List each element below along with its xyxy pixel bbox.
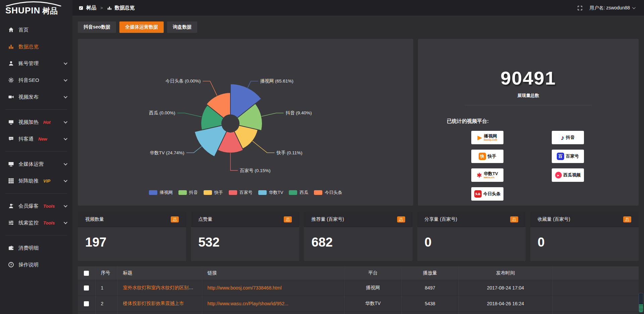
- breadcrumb-item[interactable]: 树品: [86, 5, 96, 11]
- sidebar-item-账号管理[interactable]: 账号管理: [0, 55, 72, 72]
- tab-抖音seo数据[interactable]: 抖音seo数据: [78, 21, 116, 33]
- legend-item-华数TV[interactable]: 华数TV: [258, 190, 283, 196]
- stat-card-header: 分享量 (百家号)总: [417, 212, 526, 227]
- legend-item-抖音[interactable]: 抖音: [178, 190, 198, 196]
- legend-swatch: [229, 190, 237, 195]
- empty-cell: [552, 296, 639, 311]
- sidebar-item-首页[interactable]: 首页: [0, 21, 72, 38]
- chevron-down-icon: [64, 137, 67, 140]
- stat-card-header: 视频数量总: [78, 212, 186, 227]
- sidebar-item-badge: Hot: [43, 120, 51, 125]
- legend-item-西瓜[interactable]: 西瓜: [289, 190, 308, 196]
- select-all-checkbox[interactable]: [84, 271, 89, 276]
- tab-全媒体运营数据[interactable]: 全媒体运营数据: [119, 21, 164, 33]
- topbar-right: 用户名: zswodun88: [577, 5, 635, 11]
- platform-badge-百家号: 百百家号: [552, 150, 584, 163]
- row-checkbox[interactable]: [84, 301, 89, 306]
- empty-cell: [552, 280, 639, 296]
- stat-card-点赞量: 点赞量总532: [191, 212, 299, 261]
- plays-cell: [401, 311, 459, 314]
- sidebar-item-抖客通[interactable]: 抖客通New: [0, 130, 72, 147]
- sidebar: SHUPIN 树品 首页数据总览账号管理抖音SEO视频发布视频加热Hot抖客通N…: [0, 0, 72, 314]
- legend-item-百家号[interactable]: 百家号: [229, 190, 253, 196]
- sidebar-item-会员爆客[interactable]: 会员爆客Tools: [0, 198, 72, 214]
- sidebar-item-消费明细[interactable]: 消费明细: [0, 240, 72, 256]
- sidebar-item-抖音SEO[interactable]: 抖音SEO: [0, 72, 72, 89]
- help-icon: ?: [8, 262, 14, 268]
- seq-cell: 2: [95, 296, 117, 311]
- stat-card-header: 推荐量 (百家号)总: [304, 212, 412, 227]
- wallet-icon: [8, 245, 14, 251]
- empty-cell: [552, 311, 639, 314]
- legend-item-今日头条[interactable]: 今日头条: [314, 190, 342, 196]
- legend-label: 华数TV: [269, 190, 283, 196]
- legend-item-播视网[interactable]: 播视网: [149, 190, 173, 196]
- grid-icon: [8, 178, 14, 184]
- member-icon: [8, 203, 14, 209]
- sidebar-item-badge: Tools: [43, 204, 55, 209]
- fullscreen-icon[interactable]: [577, 5, 583, 11]
- seq-cell: 1: [95, 280, 117, 296]
- stat-card-label: 点赞量: [198, 216, 212, 222]
- select-all-header-cell: [78, 266, 95, 280]
- sidebar-item-badge: New: [38, 137, 47, 142]
- app-logo[interactable]: SHUPIN 树品: [0, 0, 72, 16]
- sidebar-item-数据总览[interactable]: 数据总览: [0, 38, 72, 55]
- column-header-序号: 序号: [95, 266, 117, 280]
- platforms-title: 已统计的视频平台:: [447, 118, 489, 124]
- platform-badge-抖音: ♪抖音: [552, 131, 584, 144]
- legend-label: 今日头条: [325, 190, 342, 196]
- tab-询盘数据[interactable]: 询盘数据: [167, 21, 197, 33]
- stat-card-header: 点赞量总: [191, 212, 299, 227]
- legend-swatch: [204, 190, 212, 195]
- sidebar-divider: [5, 193, 67, 194]
- boosj-logo: ▶: [478, 135, 482, 141]
- divider: [465, 105, 592, 105]
- chevron-down-icon: [632, 6, 636, 9]
- video-url-link[interactable]: http://www.boosj.com/7338468.html: [208, 285, 282, 291]
- sidebar-item-操作说明[interactable]: ?操作说明: [0, 256, 72, 273]
- video-icon: [8, 94, 14, 100]
- sidebar-item-全媒体运营[interactable]: 全媒体运营: [0, 156, 72, 172]
- logo-text-en: SHUPIN: [5, 6, 40, 15]
- stat-cards-row: 视频数量总197点赞量总532推荐量 (百家号)总682分享量 (百家号)总0收…: [78, 212, 639, 261]
- main-content: 抖音seo数据全媒体运营数据询盘数据 播视网 (65.61%)抖音 (9.40%…: [72, 16, 644, 314]
- bar-chart-icon: [8, 44, 14, 50]
- panels-row: 播视网 (65.61%)抖音 (9.40%)快手 (0.11%)百家号 (0.1…: [78, 39, 639, 206]
- user-menu[interactable]: 用户名: zswodun88: [589, 5, 635, 11]
- sidebar-item-矩阵助推[interactable]: 矩阵助推VIP: [0, 172, 72, 189]
- total-badge: 总: [284, 216, 292, 222]
- total-badge: 总: [171, 216, 179, 222]
- video-title-link[interactable]: 楼体投影灯投影效果震撼上市: [123, 301, 184, 306]
- chevron-down-icon: [64, 204, 67, 207]
- app-root: SHUPIN 树品 首页数据总览账号管理抖音SEO视频发布视频加热Hot抖客通N…: [0, 0, 644, 314]
- sidebar-item-视频加热[interactable]: 视频加热Hot: [0, 114, 72, 130]
- douyin-logo: ♪: [561, 135, 565, 141]
- platform-badge-华数TV: ✱华数TVwasu.cn: [471, 168, 503, 182]
- breadcrumb: 树品 > 数据总览: [78, 5, 135, 11]
- breadcrumb-item-current: 数据总览: [115, 5, 135, 11]
- pie-chart-panel: 播视网 (65.61%)抖音 (9.40%)快手 (0.11%)百家号 (0.1…: [78, 39, 413, 206]
- floating-widget[interactable]: [639, 293, 643, 312]
- pie-label-今日头条: 今日头条 (0.00%): [165, 78, 201, 84]
- stat-card-视频数量: 视频数量总197: [78, 212, 186, 261]
- kuaishou-logo: 快: [479, 153, 486, 160]
- pie-label-西瓜: 西瓜 (0.00%): [149, 110, 175, 115]
- checkbox-cell: [78, 311, 95, 314]
- stat-card-label: 视频数量: [85, 216, 104, 222]
- sidebar-item-视频发布[interactable]: 视频发布: [0, 89, 72, 105]
- pie-label-line: [248, 81, 258, 88]
- stat-card-推荐量 (百家号): 推荐量 (百家号)总682: [304, 212, 412, 261]
- sidebar-item-线索监控[interactable]: 线索监控Tools: [0, 214, 72, 231]
- plays-cell: 5438: [401, 296, 459, 311]
- legend-label: 抖音: [189, 190, 198, 196]
- stat-card-label: 分享量 (百家号): [425, 216, 457, 222]
- video-title-link[interactable]: 室外水纹灯和室内水纹灯的区别和简介: [123, 285, 202, 290]
- platform-badge-快手: 快快手: [471, 150, 503, 163]
- gear-icon: [8, 77, 14, 83]
- row-checkbox[interactable]: [84, 285, 89, 291]
- video-url-link[interactable]: http://www.wasu.cn/Play/show/id/952...: [208, 301, 288, 306]
- legend-item-快手[interactable]: 快手: [204, 190, 223, 196]
- xigua-logo: ▸: [555, 172, 562, 178]
- sidebar-item-label: 操作说明: [18, 262, 39, 268]
